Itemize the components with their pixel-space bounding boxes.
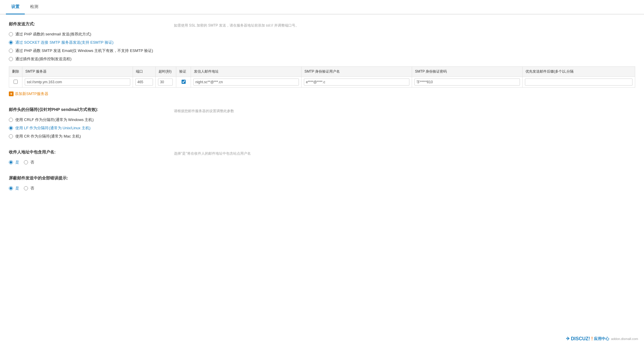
footer: ✈ DISCUZ! ! 应用中心 addon.dismall.com [566, 336, 638, 341]
recipient-yes[interactable]: 是 [9, 160, 19, 165]
suppress-title: 屏蔽邮件发送中的全部错误提示: [9, 176, 635, 181]
recipient-options: 是 否 [9, 160, 162, 165]
smtp-username-input[interactable] [304, 79, 409, 86]
tab-settings[interactable]: 设置 [6, 0, 25, 14]
timeout-input[interactable] [158, 79, 173, 86]
smtp-password-input[interactable] [414, 79, 520, 86]
suppress-yes[interactable]: 是 [9, 186, 19, 191]
suppress-yes-label: 是 [15, 186, 19, 191]
email-option-2[interactable]: 通过 SOCKET 连接 SMTP 服务器发送(支持 ESMTP 验证) [9, 40, 162, 45]
email-send-title: 邮件发送方式: [9, 22, 162, 27]
tab-bar: 设置 检测 [0, 0, 644, 14]
discuz-arrow-icon: ✈ [566, 336, 570, 341]
suppress-no[interactable]: 否 [24, 186, 34, 191]
email-send-hint: 如需使用 SSL 加密的 SMTP 发送，请在服务器地址前添加 ssl:// 并… [174, 23, 299, 28]
separator-options: 使用 CRLF 作为分隔符(通常为 Windows 主机) 使用 LF 作为分隔… [9, 117, 162, 139]
mail-header-section: 邮件头的分隔符(仅针对PHP sendmail方式有效): 使用 CRLF 作为… [9, 107, 635, 139]
from-email-input[interactable] [193, 79, 299, 86]
col-username: SMTP 身份验证用户名 [302, 67, 412, 77]
col-from-email: 发信人邮件地址 [191, 67, 302, 77]
mail-header-title: 邮件头的分隔符(仅针对PHP sendmail方式有效): [9, 107, 162, 112]
separator-option-3[interactable]: 使用 CR 作为分隔符(通常为 Mac 主机) [9, 134, 162, 139]
server-input[interactable] [25, 79, 130, 86]
table-row [9, 77, 635, 88]
recipient-yes-label: 是 [15, 160, 19, 165]
add-smtp-button[interactable]: + 添加新SMTP服务器 [9, 91, 48, 97]
col-server: SMTP 服务器 [22, 67, 133, 77]
recipient-hint: 选择"是"将在收件人的邮件地址中包含站点用户名 [174, 151, 251, 156]
footer-domain: addon.dismall.com [611, 337, 638, 341]
brand-name: DISCUZ! [571, 336, 590, 341]
recipient-no[interactable]: 否 [24, 160, 34, 165]
main-content: 邮件发送方式: 通过 PHP 函数的 sendmail 发送(推荐此方式) 通过… [0, 14, 644, 209]
port-input[interactable] [135, 79, 153, 86]
app-center-label: 应用中心 [594, 336, 609, 341]
email-option-3[interactable]: 通过 PHP 函数 SMTP 发送 Email(仅 Windows 主机下有效，… [9, 48, 162, 53]
col-timeout: 超时(秒) [156, 67, 176, 77]
email-send-section: 邮件发送方式: 通过 PHP 函数的 sendmail 发送(推荐此方式) 通过… [9, 22, 635, 97]
mail-header-hint: 请根据您邮件服务器的设置调整此参数 [174, 108, 234, 114]
recipient-no-label: 否 [30, 160, 34, 165]
verify-checkbox[interactable] [182, 80, 186, 84]
col-port: 端口 [133, 67, 156, 77]
plus-icon: + [9, 91, 14, 96]
separator-option-2[interactable]: 使用 LF 作为分隔符(通常为 Unix/Linux 主机) [9, 125, 162, 131]
col-password: SMTP 身份验证密码 [412, 67, 523, 77]
suppress-options: 是 否 [9, 186, 635, 191]
suppress-no-label: 否 [30, 186, 34, 191]
recipient-section: 收件人地址中包含用户名: 是 否 选择"是"将在收件人的邮件地址中包含站点用户名 [9, 150, 635, 165]
smtp-table-wrapper: 删除 SMTP 服务器 端口 超时(秒) 验证 发信人邮件地址 SMTP 身份验… [9, 66, 635, 88]
email-send-options: 通过 PHP 函数的 sendmail 发送(推荐此方式) 通过 SOCKET … [9, 32, 162, 62]
delete-checkbox[interactable] [14, 80, 18, 84]
col-delete: 删除 [9, 67, 22, 77]
col-verify: 验证 [176, 67, 191, 77]
email-option-1[interactable]: 通过 PHP 函数的 sendmail 发送(推荐此方式) [9, 32, 162, 37]
footer-logo: ✈ DISCUZ! ! 应用中心 [566, 336, 609, 341]
exclaim-icon: ! [591, 336, 593, 341]
recipient-title: 收件人地址中包含用户名: [9, 150, 162, 155]
priority-input[interactable] [525, 79, 633, 86]
tab-detect[interactable]: 检测 [25, 0, 44, 14]
separator-option-1[interactable]: 使用 CRLF 作为分隔符(通常为 Windows 主机) [9, 117, 162, 122]
col-priority: 优先发送邮件后缀(多个以,分隔 [523, 67, 635, 77]
smtp-table: 删除 SMTP 服务器 端口 超时(秒) 验证 发信人邮件地址 SMTP 身份验… [9, 66, 635, 88]
email-option-4[interactable]: 通过插件发送(插件控制发送流程) [9, 56, 162, 62]
add-smtp-label: 添加新SMTP服务器 [15, 91, 48, 97]
suppress-section: 屏蔽邮件发送中的全部错误提示: 是 否 [9, 176, 635, 191]
